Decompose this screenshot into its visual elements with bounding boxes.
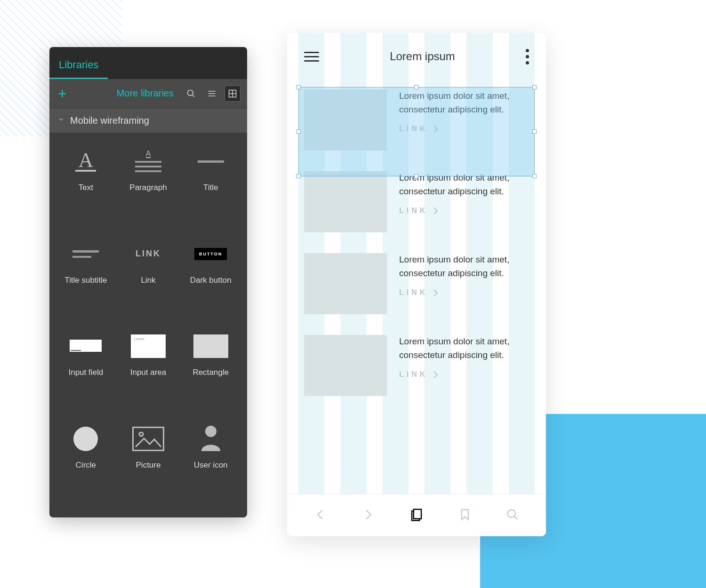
list-item[interactable]: Lorem ipsum dolor sit amet, consectetur …	[287, 162, 546, 244]
widget-rectangle[interactable]: Rectangle	[183, 332, 239, 411]
chevron-down-icon	[58, 116, 64, 125]
search-icon[interactable]	[183, 86, 199, 102]
card-text: Lorem ipsum dolor sit amet, consectetur …	[399, 89, 529, 116]
title-subtitle-icon	[72, 250, 99, 258]
nav-back-icon[interactable]	[314, 508, 327, 523]
list-view-icon[interactable]	[204, 86, 220, 102]
card-link[interactable]: LINK	[399, 125, 529, 133]
panel-tabs: Libraries	[49, 47, 247, 79]
widget-title[interactable]: Title	[183, 147, 239, 226]
svg-point-8	[139, 432, 143, 436]
card-text: Lorem ipsum dolor sit amet, consectetur …	[399, 335, 529, 362]
nav-forward-icon[interactable]	[361, 508, 375, 523]
nav-search-icon[interactable]	[506, 508, 519, 523]
widget-label: Title	[203, 183, 218, 193]
nav-bookmark-icon[interactable]	[458, 508, 472, 523]
tab-libraries[interactable]: Libraries	[49, 59, 108, 79]
widget-grid: A Text A Paragraph Title Title subtitle …	[49, 133, 247, 517]
svg-line-12	[514, 516, 518, 519]
card-link[interactable]: LINK	[399, 207, 529, 215]
list-item[interactable]: Lorem ipsum dolor sit amet, consectetur …	[287, 80, 546, 162]
card-link[interactable]: LINK	[399, 370, 529, 379]
text-glyph-icon: A	[75, 151, 96, 172]
thumbnail-placeholder	[304, 171, 387, 232]
widget-label: Text	[79, 183, 93, 193]
card-text: Lorem ipsum dolor sit amet, consectetur …	[399, 171, 529, 198]
widget-input-area[interactable]: Lorem Input area	[120, 332, 176, 411]
svg-point-9	[205, 426, 217, 437]
widget-paragraph[interactable]: A Paragraph	[120, 147, 176, 226]
svg-rect-10	[414, 509, 421, 518]
canvas[interactable]: Lorem ipsum Lorem ipsum dolor sit amet, …	[287, 33, 546, 536]
card-list: Lorem ipsum dolor sit amet, consectetur …	[287, 80, 546, 407]
mobile-header: Lorem ipsum	[287, 33, 546, 80]
widget-title-subtitle[interactable]: Title subtitle	[58, 239, 114, 319]
thumbnail-placeholder	[304, 335, 387, 396]
page-title: Lorem ipsum	[390, 50, 455, 63]
thumbnail-placeholder	[304, 253, 387, 314]
widget-input-field[interactable]: Input field	[58, 332, 114, 411]
title-icon	[198, 160, 224, 163]
widget-label: Circle	[76, 460, 96, 470]
hamburger-icon[interactable]	[304, 52, 319, 62]
input-field-icon	[70, 340, 102, 353]
card-link[interactable]: LINK	[399, 288, 529, 297]
category-label: Mobile wireframing	[70, 115, 149, 126]
widget-dark-button[interactable]: BUTTON Dark button	[183, 239, 239, 319]
nav-pages-icon[interactable]	[409, 508, 424, 524]
widget-picture[interactable]: Picture	[120, 424, 176, 504]
svg-line-1	[193, 95, 194, 96]
widget-label: Input area	[130, 367, 167, 378]
paragraph-icon: A	[135, 151, 161, 172]
widget-label: Picture	[136, 460, 161, 470]
svg-point-11	[508, 509, 515, 517]
category-header[interactable]: Mobile wireframing	[49, 108, 247, 133]
picture-icon	[132, 427, 164, 451]
mobile-bottom-nav	[287, 494, 546, 536]
widget-user-icon[interactable]: User icon	[183, 424, 239, 504]
widget-label: Title subtitle	[64, 275, 107, 286]
widget-label: Input field	[68, 367, 103, 378]
mobile-frame: Lorem ipsum Lorem ipsum dolor sit amet, …	[287, 33, 546, 536]
user-icon	[200, 425, 222, 453]
list-item[interactable]: Lorem ipsum dolor sit amet, consectetur …	[287, 244, 546, 326]
card-text: Lorem ipsum dolor sit amet, consectetur …	[399, 253, 529, 280]
widget-label: Dark button	[190, 275, 232, 286]
list-item[interactable]: Lorem ipsum dolor sit amet, consectetur …	[287, 326, 546, 407]
rectangle-icon	[193, 334, 228, 358]
widget-text[interactable]: A Text	[58, 147, 114, 226]
more-vertical-icon[interactable]	[526, 49, 529, 64]
widget-circle[interactable]: Circle	[58, 424, 114, 504]
widget-link[interactable]: LINK Link	[120, 239, 176, 319]
svg-point-0	[188, 90, 193, 95]
panel-toolbar: + More libraries	[49, 79, 247, 108]
widget-label: Paragraph	[129, 183, 167, 193]
widget-label: User icon	[194, 460, 228, 470]
input-area-icon: Lorem	[131, 334, 166, 358]
thumbnail-placeholder	[304, 89, 387, 151]
circle-icon	[73, 427, 98, 451]
more-libraries-link[interactable]: More libraries	[117, 88, 174, 99]
button-icon: BUTTON	[194, 248, 227, 260]
libraries-panel: Libraries + More libraries Mobile wirefr…	[49, 47, 247, 517]
widget-label: Rectangle	[193, 367, 229, 378]
add-library-button[interactable]: +	[56, 86, 69, 101]
widget-label: Link	[141, 275, 155, 286]
grid-view-icon[interactable]	[225, 86, 241, 102]
link-icon: LINK	[136, 249, 161, 259]
